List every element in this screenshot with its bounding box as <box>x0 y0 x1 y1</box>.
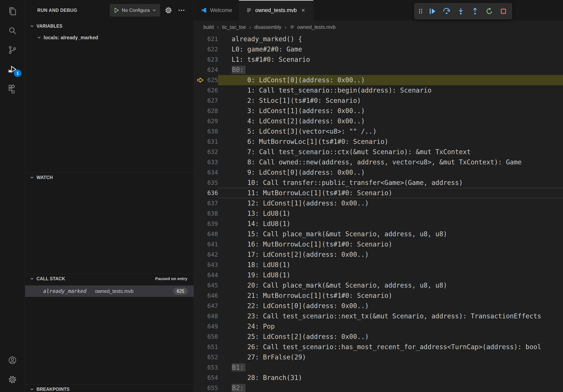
line-number[interactable]: 623 <box>194 54 218 65</box>
code-text[interactable]: 28: Branch(31) <box>218 373 563 383</box>
continue-button[interactable] <box>426 5 439 18</box>
code-text[interactable]: 23: Call test_scenario::next_tx(&mut Sce… <box>218 311 563 321</box>
code-text[interactable]: already_marked() { <box>218 34 563 44</box>
breadcrumb-item[interactable]: build <box>203 24 214 30</box>
line-number[interactable]: 650 <box>194 332 218 342</box>
line-number[interactable]: 655 <box>194 383 218 392</box>
line-number[interactable]: 639 <box>194 219 218 229</box>
step-over-button[interactable] <box>440 5 453 18</box>
line-number[interactable]: 629 <box>194 116 218 126</box>
code-text[interactable]: 12: LdConst[1](address: 0x00..) <box>218 198 563 209</box>
code-text[interactable]: 0: LdConst[0](address: 0x00..) <box>218 75 563 85</box>
activity-extensions[interactable] <box>0 79 25 99</box>
watch-header[interactable]: WATCH <box>25 173 194 182</box>
variables-header[interactable]: VARIABLES <box>25 21 194 31</box>
code-text[interactable]: 6: MutBorrowLoc[1](ts#1#0: Scenario) <box>218 137 563 147</box>
line-number[interactable]: 649 <box>194 321 218 332</box>
line-number[interactable]: 647 <box>194 301 218 311</box>
line-number[interactable]: 632 <box>194 147 218 157</box>
more-actions-button[interactable] <box>177 6 186 15</box>
debug-settings-gear[interactable] <box>164 6 173 15</box>
line-number[interactable]: 636 <box>194 188 218 198</box>
code-text[interactable]: 20: Call place_mark(&mut Scenario, addre… <box>218 280 563 290</box>
line-number[interactable]: 640 <box>194 229 218 239</box>
breakpoints-header[interactable]: BREAKPOINTS <box>25 384 194 392</box>
line-number[interactable]: 631 <box>194 137 218 147</box>
line-number[interactable]: 643 <box>194 260 218 270</box>
close-tab-icon[interactable] <box>300 7 307 14</box>
stack-frame-row[interactable]: already_marked owned_tests.mvb 625 <box>25 285 194 297</box>
line-number[interactable]: 646 <box>194 290 218 301</box>
line-number[interactable]: 621 <box>194 34 218 44</box>
code-text[interactable]: 13: LdU8(1) <box>218 209 563 219</box>
chevron-down-icon[interactable] <box>152 8 157 13</box>
code-text[interactable]: 9: LdConst[0](address: 0x00..) <box>218 167 563 178</box>
line-number[interactable]: 652 <box>194 352 218 362</box>
line-number[interactable]: 644 <box>194 270 218 280</box>
code-text[interactable]: 16: MutBorrowLoc[1](ts#1#0: Scenario) <box>218 239 563 249</box>
code-text[interactable]: 17: LdConst[2](address: 0x00..) <box>218 249 563 260</box>
breadcrumb-item[interactable]: tic_tac_toe <box>222 24 246 30</box>
code-text[interactable]: B1: <box>218 362 563 373</box>
line-number[interactable]: 626 <box>194 85 218 95</box>
line-number[interactable]: 637 <box>194 198 218 209</box>
variables-scope-locals[interactable]: locals: already_marked <box>25 32 194 43</box>
line-number[interactable]: 651 <box>194 342 218 352</box>
line-number[interactable]: 634 <box>194 167 218 178</box>
tab-owned-tests[interactable]: owned_tests.mvb <box>239 0 313 21</box>
code-text[interactable]: 26: Call test_scenario::has_most_recent_… <box>218 342 563 352</box>
code-text[interactable]: 11: MutBorrowLoc[1](ts#1#0: Scenario) <box>218 188 563 198</box>
line-number[interactable]: 642 <box>194 249 218 260</box>
code-text[interactable]: L1: ts#1#0: Scenario <box>218 54 563 65</box>
code-text[interactable]: 4: LdConst[2](address: 0x00..) <box>218 116 563 126</box>
restart-button[interactable] <box>483 5 496 18</box>
code-text[interactable]: 8: Call owned::new(address, address, vec… <box>218 157 563 167</box>
breadcrumb-item[interactable]: disassembly <box>254 24 282 30</box>
code-text[interactable]: 22: LdConst[0](address: 0x00..) <box>218 301 563 311</box>
code-text[interactable]: 5: LdConst[3](vector<u8>: "" /..) <box>218 126 563 137</box>
line-number[interactable]: 641 <box>194 239 218 249</box>
code-text[interactable]: 15: Call place_mark(&mut Scenario, addre… <box>218 229 563 239</box>
line-number[interactable]: 645 <box>194 280 218 290</box>
activity-run-and-debug[interactable]: 1 <box>0 60 25 79</box>
activity-account[interactable] <box>0 351 25 370</box>
toolbar-drag-handle[interactable] <box>416 5 425 18</box>
code-text[interactable]: 10: Call transfer::public_transfer<Game>… <box>218 178 563 188</box>
line-number[interactable]: 630 <box>194 126 218 137</box>
line-number[interactable]: 622 <box>194 44 218 54</box>
code-text[interactable]: B2: <box>218 383 563 392</box>
line-number[interactable]: 625 <box>194 75 218 85</box>
line-number[interactable]: 648 <box>194 311 218 321</box>
activity-search[interactable] <box>0 21 25 41</box>
code-text[interactable]: L0: game#2#0: Game <box>218 44 563 54</box>
activity-settings[interactable] <box>0 370 25 390</box>
tab-welcome[interactable]: Welcome <box>194 0 239 21</box>
code-text[interactable]: 18: LdU8(1) <box>218 260 563 270</box>
debug-config-dropdown[interactable]: No Configura <box>122 8 150 13</box>
start-debugging-button[interactable] <box>113 7 120 14</box>
code-text[interactable]: 19: LdU8(1) <box>218 270 563 280</box>
code-text[interactable]: B0: <box>218 65 563 75</box>
line-number[interactable]: 624 <box>194 65 218 75</box>
stop-button[interactable] <box>497 5 510 18</box>
line-number[interactable]: 653 <box>194 362 218 373</box>
code-text[interactable]: 7: Call test_scenario::ctx(&mut Scenario… <box>218 147 563 157</box>
line-number[interactable]: 635 <box>194 178 218 188</box>
call-stack-header[interactable]: CALL STACK Paused on entry <box>25 274 194 283</box>
code-text[interactable]: 14: LdU8(1) <box>218 219 563 229</box>
breadcrumb-item[interactable]: owned_tests.mvb <box>290 24 335 30</box>
activity-explorer[interactable] <box>0 2 25 21</box>
line-number[interactable]: 654 <box>194 373 218 383</box>
code-text[interactable]: 27: BrFalse(29) <box>218 352 563 362</box>
step-out-button[interactable] <box>469 5 482 18</box>
code-text[interactable]: 21: MutBorrowLoc[1](ts#1#0: Scenario) <box>218 290 563 301</box>
activity-source-control[interactable] <box>0 41 25 60</box>
line-number[interactable]: 638 <box>194 209 218 219</box>
code-text[interactable]: 25: LdConst[2](address: 0x00..) <box>218 332 563 342</box>
code-text[interactable]: 1: Call test_scenario::begin(address): S… <box>218 85 563 95</box>
line-number[interactable]: 633 <box>194 157 218 167</box>
code-text[interactable]: 3: LdConst[1](address: 0x00..) <box>218 106 563 116</box>
code-text[interactable]: 2: StLoc[1](ts#1#0: Scenario) <box>218 95 563 106</box>
code-text[interactable]: 24: Pop <box>218 321 563 332</box>
line-number[interactable]: 628 <box>194 106 218 116</box>
